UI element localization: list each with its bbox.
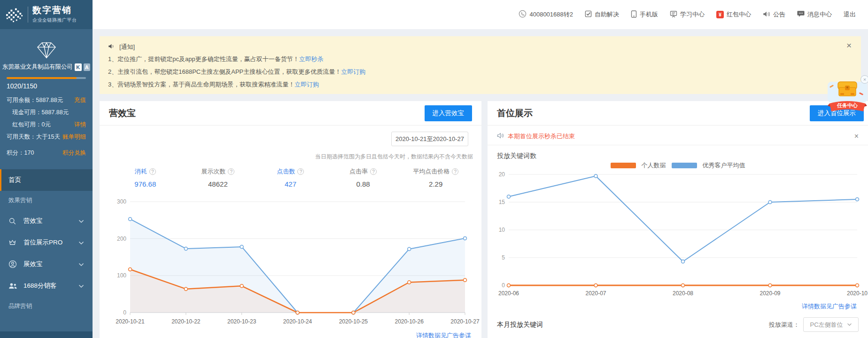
notice-close-icon[interactable]: × bbox=[846, 41, 852, 50]
sidebar: 数字营销 企业全链路推广平台 东莞基业文具制品有限公司 K A 1020/115… bbox=[0, 0, 93, 338]
svg-text:100: 100 bbox=[117, 272, 126, 279]
mobile-phone-icon bbox=[631, 10, 637, 19]
yingxiaobao-panel-header: 营效宝 进入营效宝 bbox=[100, 101, 481, 126]
self-service-button[interactable]: 自助解决 bbox=[585, 10, 619, 19]
stat-clicks[interactable]: 点击数? 427 bbox=[254, 167, 327, 188]
help-icon[interactable]: ? bbox=[370, 168, 377, 175]
shouwei-panel-header: 首位展示 进入首位展示 bbox=[488, 101, 868, 126]
chevron-down-icon bbox=[78, 239, 84, 246]
redpacket-row: 红包可用：0元 详情 bbox=[0, 121, 93, 129]
gem-icon bbox=[36, 41, 57, 59]
notice-line-1: 1、定位推广，提前锁定pc及app更多确定性流量，赢占双十一备货节！立即秒杀 bbox=[108, 55, 852, 64]
announcement-speaker-icon bbox=[108, 43, 115, 51]
app-screen: 数字营销 企业全链路推广平台 东莞基业文具制品有限公司 K A 1020/115… bbox=[0, 0, 868, 338]
swzs-chart: 051015202020-062020-072020-082020-092020… bbox=[492, 170, 864, 306]
sidebar-section-brand-marketing: 品牌营销 bbox=[0, 297, 93, 316]
svg-text:2020-08: 2020-08 bbox=[673, 290, 693, 297]
chat-bubble-icon bbox=[797, 10, 805, 19]
monthly-keywords-label: 本月投放关键词 bbox=[497, 321, 543, 329]
stat-impressions[interactable]: 展示次数? 48622 bbox=[182, 167, 255, 188]
notice-line-3: 3、营销场景智投方案，基于商品生命周期场景，获取搜索精准流量！立即订购 bbox=[108, 80, 852, 89]
svg-text:2020-06: 2020-06 bbox=[498, 290, 519, 297]
svg-text:2020-10-24: 2020-10-24 bbox=[283, 318, 312, 325]
bill-detail-link[interactable]: 账单明细 bbox=[62, 133, 86, 141]
shouwei-notice-close-icon[interactable]: × bbox=[854, 133, 859, 140]
swzs-detail-link[interactable]: 详情数据见广告参谋 bbox=[802, 302, 857, 311]
presentation-board-icon bbox=[670, 10, 677, 19]
company-block: 东莞基业文具制品有限公司 K A 1020/1150 bbox=[0, 29, 93, 90]
stat-consumption[interactable]: 消耗? 976.68 bbox=[109, 167, 182, 188]
sidebar-item-yingxiaobao[interactable]: 营效宝 bbox=[0, 210, 93, 232]
channel-select[interactable]: PC左侧首位 bbox=[803, 317, 859, 332]
brand-text: 数字营销 企业全链路推广平台 bbox=[32, 6, 77, 24]
sidebar-footer-strip bbox=[0, 331, 93, 338]
redpacket-label: 红包可用：0元 bbox=[12, 121, 51, 129]
topbar: 4008001688转2 自助解决 手机版 学习中心 ¥ 红包中心 bbox=[93, 0, 868, 29]
help-icon[interactable]: ? bbox=[228, 168, 234, 175]
account-summary: 可用余额：5887.88元 充值 现金可用：5887.88元 红包可用：0元 详… bbox=[0, 96, 93, 157]
points-exchange-link[interactable]: 积分兑换 bbox=[62, 149, 86, 157]
sidebar-item-zhanxiaobao[interactable]: 展效宝 bbox=[0, 253, 93, 275]
ka-badge-a: A bbox=[84, 63, 91, 71]
sidebar-section-effect-marketing: 效果营销 bbox=[0, 191, 93, 210]
notice-speaker-icon bbox=[497, 133, 504, 140]
sidebar-item-shouwei-pro[interactable]: 首位展示PRO bbox=[0, 232, 93, 253]
help-icon[interactable]: ? bbox=[297, 168, 304, 175]
date-range-note: 当日期选择范围为多日且包括今天时，数据结果内不含今天数据 bbox=[315, 153, 473, 161]
brand-title: 数字营销 bbox=[32, 6, 77, 16]
date-range-picker[interactable]: 2020-10-21至2020-10-27 bbox=[391, 132, 468, 146]
points-row: 积分：170 积分兑换 bbox=[0, 149, 93, 157]
stat-ctr[interactable]: 点击率? 0.88 bbox=[327, 167, 400, 188]
notice-line-2: 2、主搜引流包，帮您锁定1688PC主搜左侧及APP主搜核心位置，获取更多优质流… bbox=[108, 67, 852, 77]
monthly-keywords-row: 本月投放关键词 投放渠道： PC左侧首位 bbox=[497, 317, 859, 332]
redpacket-center-button[interactable]: ¥ 红包中心 bbox=[716, 10, 751, 19]
help-icon[interactable]: ? bbox=[452, 168, 458, 175]
svg-text:2020-07: 2020-07 bbox=[585, 290, 606, 297]
recharge-link[interactable]: 充值 bbox=[74, 96, 86, 104]
svg-text:200: 200 bbox=[117, 236, 126, 242]
svg-text:0: 0 bbox=[502, 282, 505, 289]
phone-icon bbox=[519, 10, 527, 19]
chevron-down-icon bbox=[78, 261, 84, 268]
quota-text: 1020/1150 bbox=[0, 79, 93, 90]
legend-swatch-average bbox=[672, 163, 697, 168]
svg-text:300: 300 bbox=[117, 198, 126, 205]
mobile-version-button[interactable]: 手机版 bbox=[631, 10, 658, 19]
task-widget-close-icon[interactable]: × bbox=[860, 75, 868, 84]
svg-text:0: 0 bbox=[123, 309, 126, 316]
announcement-button[interactable]: 公告 bbox=[763, 10, 785, 19]
yxb-detail-link[interactable]: 详情数据见广告参谋 bbox=[416, 331, 471, 338]
enter-yingxiaobao-button[interactable]: 进入营效宝 bbox=[425, 105, 473, 121]
svg-text:任务中心: 任务中心 bbox=[837, 102, 858, 108]
svg-text:2020-10-21: 2020-10-21 bbox=[116, 318, 145, 325]
svg-text:2020-10-25: 2020-10-25 bbox=[339, 318, 368, 325]
channel-filter: 投放渠道： PC左侧首位 bbox=[769, 317, 859, 332]
treasure-chest-icon bbox=[837, 80, 858, 99]
logout-button[interactable]: 退出 bbox=[844, 10, 856, 19]
learning-center-button[interactable]: 学习中心 bbox=[670, 10, 705, 19]
notice-link-1[interactable]: 立即秒杀 bbox=[299, 55, 324, 63]
legend-label-average: 优秀客户平均值 bbox=[703, 161, 745, 170]
chevron-down-icon bbox=[78, 218, 84, 225]
shouwei-panel: 首位展示 进入首位展示 本期首位展示秒杀已结束 × 投放关键词数 个人数据 优秀… bbox=[488, 101, 868, 338]
notice-link-3[interactable]: 立即订购 bbox=[294, 81, 319, 88]
red-envelope-icon: ¥ bbox=[716, 11, 724, 18]
svg-text:2020-10: 2020-10 bbox=[847, 290, 868, 297]
brand-subtitle: 企业全链路推广平台 bbox=[32, 17, 77, 24]
brand-logo-block: 数字营销 企业全链路推广平台 bbox=[0, 0, 93, 29]
stat-avg-cpc[interactable]: 平均点击价格? 2.29 bbox=[399, 167, 472, 188]
sidebar-item-1688-fenxiaoke[interactable]: 1688分销客 bbox=[0, 275, 93, 297]
company-row: 东莞基业文具制品有限公司 K A bbox=[0, 63, 93, 71]
help-icon[interactable]: ? bbox=[149, 168, 156, 175]
task-center-widget[interactable]: 任务中心 × bbox=[827, 79, 868, 120]
notice-link-2[interactable]: 立即订购 bbox=[341, 68, 365, 75]
message-center-button[interactable]: 消息中心 bbox=[797, 10, 832, 19]
chevron-down-icon bbox=[78, 283, 84, 290]
speaker-icon bbox=[763, 11, 770, 19]
yingxiaobao-panel: 营效宝 进入营效宝 2020-10-21至2020-10-27 当日期选择范围为… bbox=[100, 101, 481, 338]
redpacket-detail-link[interactable]: 详情 bbox=[74, 121, 86, 129]
legend-swatch-personal bbox=[611, 163, 636, 168]
user-circle-icon bbox=[8, 260, 18, 268]
sidebar-item-home[interactable]: 首页 bbox=[0, 169, 93, 191]
shouwei-title: 首位展示 bbox=[497, 107, 533, 119]
